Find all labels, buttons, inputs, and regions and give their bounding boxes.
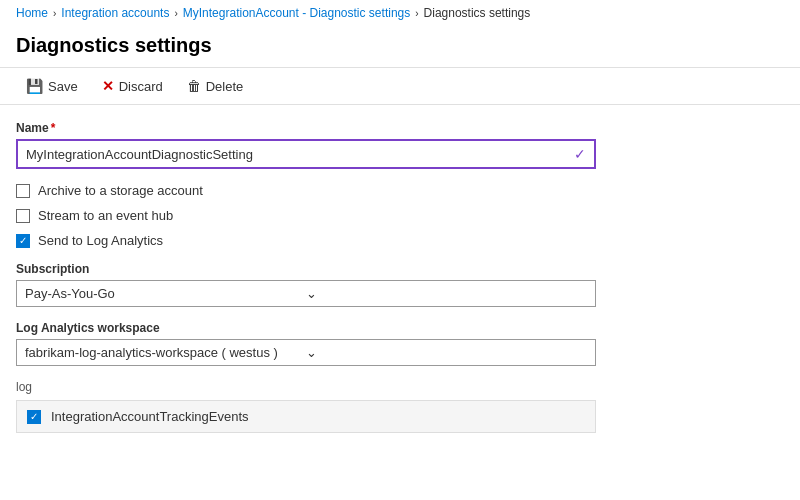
archive-label: Archive to a storage account: [38, 183, 203, 198]
breadcrumb-current: Diagnostics settings: [424, 6, 531, 20]
breadcrumb-my-integration[interactable]: MyIntegrationAccount - Diagnostic settin…: [183, 6, 410, 20]
stream-checkbox[interactable]: [16, 209, 30, 223]
name-input-wrapper[interactable]: ✓: [16, 139, 596, 169]
form-content: Name* ✓ Archive to a storage account Str…: [0, 105, 800, 495]
workspace-label: Log Analytics workspace: [16, 321, 784, 335]
workspace-arrow-icon: ⌄: [306, 345, 587, 360]
delete-button[interactable]: 🗑 Delete: [177, 74, 254, 98]
stream-label: Stream to an event hub: [38, 208, 173, 223]
required-indicator: *: [51, 121, 56, 135]
page-title: Diagnostics settings: [0, 26, 800, 67]
subscription-arrow-icon: ⌄: [306, 286, 587, 301]
subscription-dropdown[interactable]: Pay-As-You-Go ⌄: [16, 280, 596, 307]
breadcrumb-home[interactable]: Home: [16, 6, 48, 20]
stream-row: Stream to an event hub: [16, 208, 784, 223]
discard-icon: ✕: [102, 78, 114, 94]
delete-icon: 🗑: [187, 78, 201, 94]
toolbar: 💾 Save ✕ Discard 🗑 Delete: [0, 67, 800, 105]
subscription-label: Subscription: [16, 262, 784, 276]
log-table: ✓ IntegrationAccountTrackingEvents: [16, 400, 596, 433]
send-log-row: ✓ Send to Log Analytics: [16, 233, 784, 248]
workspace-dropdown[interactable]: fabrikam-log-analytics-workspace ( westu…: [16, 339, 596, 366]
archive-row: Archive to a storage account: [16, 183, 784, 198]
name-input[interactable]: [26, 147, 574, 162]
archive-checkbox[interactable]: [16, 184, 30, 198]
workspace-section: Log Analytics workspace fabrikam-log-ana…: [16, 321, 784, 366]
send-log-checkbox[interactable]: ✓: [16, 234, 30, 248]
breadcrumb-sep-1: ›: [53, 8, 56, 19]
name-label: Name*: [16, 121, 784, 135]
log-item-label: IntegrationAccountTrackingEvents: [51, 409, 249, 424]
send-log-label: Send to Log Analytics: [38, 233, 163, 248]
subscription-value: Pay-As-You-Go: [25, 286, 306, 301]
save-icon: 💾: [26, 78, 43, 94]
subscription-section: Subscription Pay-As-You-Go ⌄: [16, 262, 784, 307]
workspace-value: fabrikam-log-analytics-workspace ( westu…: [25, 345, 306, 360]
check-icon: ✓: [19, 236, 27, 246]
log-section: log ✓ IntegrationAccountTrackingEvents: [16, 380, 784, 433]
save-button[interactable]: 💾 Save: [16, 74, 88, 98]
input-check-icon: ✓: [574, 146, 586, 162]
breadcrumb: Home › Integration accounts › MyIntegrat…: [0, 0, 800, 26]
breadcrumb-sep-2: ›: [174, 8, 177, 19]
discard-button[interactable]: ✕ Discard: [92, 74, 173, 98]
breadcrumb-sep-3: ›: [415, 8, 418, 19]
log-check-icon: ✓: [30, 412, 38, 422]
name-section: Name* ✓: [16, 121, 784, 169]
log-item-checkbox[interactable]: ✓: [27, 410, 41, 424]
log-row: ✓ IntegrationAccountTrackingEvents: [17, 401, 595, 432]
breadcrumb-integration-accounts[interactable]: Integration accounts: [61, 6, 169, 20]
log-section-label: log: [16, 380, 784, 394]
